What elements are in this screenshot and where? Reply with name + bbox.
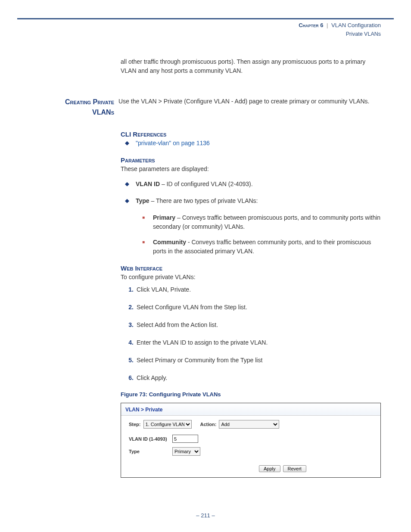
header-subtitle: Private VLANs <box>346 31 381 37</box>
web-interface-intro: To configure private VLANs: <box>121 273 381 282</box>
figure-screenshot: VLAN > Private Step: 1. Configure VLAN A… <box>121 403 381 478</box>
step-6: 6.Click Apply. <box>129 373 381 383</box>
screenshot-breadcrumb: VLAN > Private <box>121 403 380 416</box>
type-select[interactable]: Primary <box>172 447 200 456</box>
web-interface-heading: Web Interface <box>121 264 381 272</box>
cli-references-heading: CLI References <box>121 131 381 138</box>
step-select[interactable]: 1. Configure VLAN <box>143 420 192 429</box>
param-subitem-community: Community - Conveys traffic between comm… <box>142 238 381 256</box>
step-select-label: Step: <box>129 422 141 427</box>
parameters-heading: Parameters <box>121 156 381 164</box>
step-2: 2.Select Configure VLAN from the Step li… <box>129 303 381 312</box>
param-item-type: Type – There are two types of private VL… <box>125 196 381 205</box>
intro-paragraph: all other traffic through promiscuous po… <box>121 57 381 75</box>
vlan-id-input[interactable] <box>172 435 198 443</box>
revert-button[interactable]: Revert <box>283 465 306 472</box>
cli-ref-item: "private-vlan" on page 1136 <box>125 139 381 148</box>
section-intro: Use the VLAN > Private (Configure VLAN -… <box>118 97 381 106</box>
header-rule <box>17 18 394 19</box>
apply-button[interactable]: Apply <box>259 465 280 472</box>
step-4: 4.Enter the VLAN ID to assign to the pri… <box>129 338 381 347</box>
figure-caption: Figure 73: Configuring Private VLANs <box>121 391 381 398</box>
step-3: 3.Select Add from the Action list. <box>129 320 381 330</box>
header-title: VLAN Configuration <box>331 22 381 28</box>
step-5: 5.Select Primary or Community from the T… <box>129 356 381 365</box>
section-side-heading: Creating Private VLANs <box>50 97 118 118</box>
chapter-label: Chapter 6 <box>299 22 323 28</box>
param-subitem-primary: Primary – Conveys traffic between promis… <box>142 213 381 231</box>
page-number: – 211 – <box>17 512 394 527</box>
page-header: Chapter 6 | VLAN Configuration Private V… <box>17 21 394 38</box>
type-select-label: Type <box>129 449 170 454</box>
step-1: 1.Click VLAN, Private. <box>129 285 381 294</box>
parameters-intro: These parameters are displayed: <box>121 165 381 174</box>
header-divider: | <box>327 22 328 28</box>
cli-ref-link[interactable]: "private-vlan" on page 1136 <box>136 140 210 146</box>
vlan-id-label: VLAN ID (1-4093) <box>129 436 170 442</box>
param-item-vlan-id: VLAN ID – ID of configured VLAN (2-4093)… <box>125 180 381 189</box>
action-select[interactable]: Add <box>219 420 279 429</box>
action-select-label: Action: <box>200 422 217 427</box>
